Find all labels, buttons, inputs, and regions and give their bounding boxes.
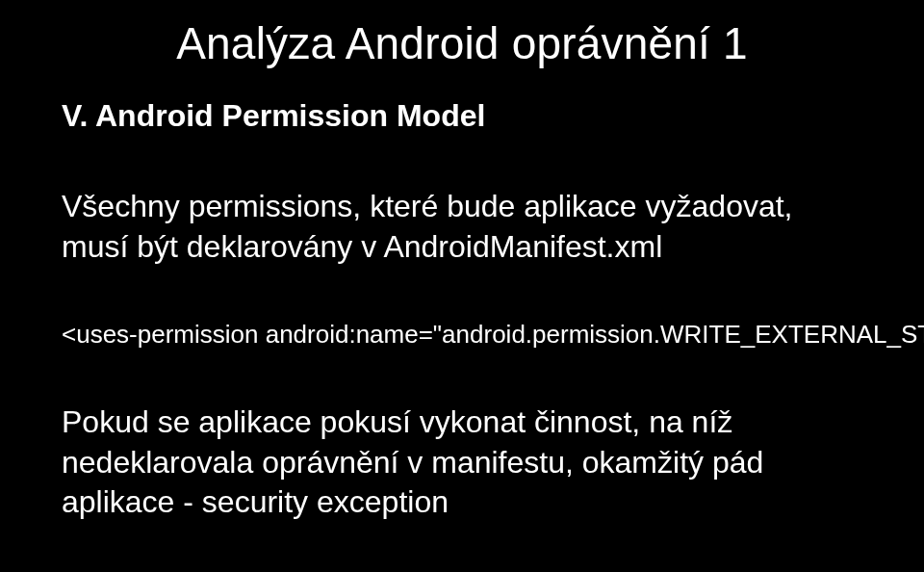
slide-subtitle: V. Android Permission Model (62, 98, 862, 134)
paragraph-permissions-declare: Všechny permissions, které bude aplikace… (62, 187, 862, 267)
paragraph-security-exception: Pokud se aplikace pokusí vykonat činnost… (62, 403, 862, 523)
slide-title: Analýza Android oprávnění 1 (62, 17, 862, 69)
slide: Analýza Android oprávnění 1 V. Android P… (0, 0, 924, 572)
code-uses-permission: <uses-permission android:name="android.p… (62, 320, 862, 350)
